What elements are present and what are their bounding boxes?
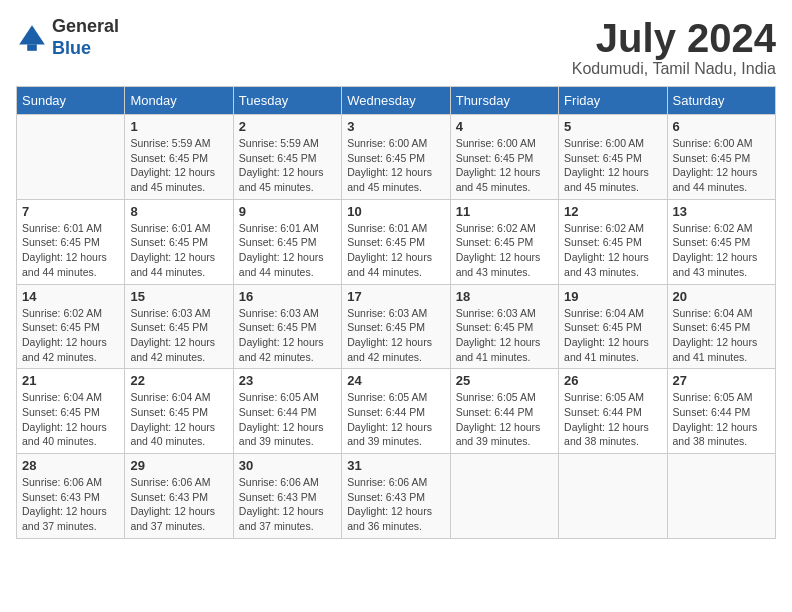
- cell-info: Sunrise: 6:00 AM Sunset: 6:45 PM Dayligh…: [347, 136, 444, 195]
- cell-info: Sunrise: 6:03 AM Sunset: 6:45 PM Dayligh…: [130, 306, 227, 365]
- calendar-cell: 21Sunrise: 6:04 AM Sunset: 6:45 PM Dayli…: [17, 369, 125, 454]
- cell-info: Sunrise: 6:00 AM Sunset: 6:45 PM Dayligh…: [564, 136, 661, 195]
- cell-info: Sunrise: 6:06 AM Sunset: 6:43 PM Dayligh…: [130, 475, 227, 534]
- calendar-cell: 22Sunrise: 6:04 AM Sunset: 6:45 PM Dayli…: [125, 369, 233, 454]
- day-number: 31: [347, 458, 444, 473]
- day-number: 19: [564, 289, 661, 304]
- calendar-week-row: 14Sunrise: 6:02 AM Sunset: 6:45 PM Dayli…: [17, 284, 776, 369]
- day-number: 24: [347, 373, 444, 388]
- day-number: 5: [564, 119, 661, 134]
- calendar-cell: 9Sunrise: 6:01 AM Sunset: 6:45 PM Daylig…: [233, 199, 341, 284]
- calendar-cell: [17, 115, 125, 200]
- column-header-saturday: Saturday: [667, 87, 775, 115]
- day-number: 14: [22, 289, 119, 304]
- calendar-cell: 18Sunrise: 6:03 AM Sunset: 6:45 PM Dayli…: [450, 284, 558, 369]
- calendar-cell: 12Sunrise: 6:02 AM Sunset: 6:45 PM Dayli…: [559, 199, 667, 284]
- month-title: July 2024: [572, 16, 776, 60]
- cell-info: Sunrise: 6:04 AM Sunset: 6:45 PM Dayligh…: [22, 390, 119, 449]
- day-number: 9: [239, 204, 336, 219]
- day-number: 16: [239, 289, 336, 304]
- calendar-header-row: SundayMondayTuesdayWednesdayThursdayFrid…: [17, 87, 776, 115]
- calendar-table: SundayMondayTuesdayWednesdayThursdayFrid…: [16, 86, 776, 539]
- calendar-cell: 19Sunrise: 6:04 AM Sunset: 6:45 PM Dayli…: [559, 284, 667, 369]
- day-number: 4: [456, 119, 553, 134]
- column-header-sunday: Sunday: [17, 87, 125, 115]
- calendar-cell: 24Sunrise: 6:05 AM Sunset: 6:44 PM Dayli…: [342, 369, 450, 454]
- day-number: 22: [130, 373, 227, 388]
- calendar-cell: 7Sunrise: 6:01 AM Sunset: 6:45 PM Daylig…: [17, 199, 125, 284]
- calendar-cell: 8Sunrise: 6:01 AM Sunset: 6:45 PM Daylig…: [125, 199, 233, 284]
- cell-info: Sunrise: 6:00 AM Sunset: 6:45 PM Dayligh…: [673, 136, 770, 195]
- calendar-cell: [450, 454, 558, 539]
- day-number: 25: [456, 373, 553, 388]
- day-number: 3: [347, 119, 444, 134]
- location-text: Kodumudi, Tamil Nadu, India: [572, 60, 776, 78]
- calendar-cell: 13Sunrise: 6:02 AM Sunset: 6:45 PM Dayli…: [667, 199, 775, 284]
- cell-info: Sunrise: 6:03 AM Sunset: 6:45 PM Dayligh…: [239, 306, 336, 365]
- day-number: 11: [456, 204, 553, 219]
- logo-blue-text: Blue: [52, 38, 119, 60]
- cell-info: Sunrise: 6:02 AM Sunset: 6:45 PM Dayligh…: [673, 221, 770, 280]
- calendar-cell: 10Sunrise: 6:01 AM Sunset: 6:45 PM Dayli…: [342, 199, 450, 284]
- cell-info: Sunrise: 6:06 AM Sunset: 6:43 PM Dayligh…: [347, 475, 444, 534]
- calendar-cell: 30Sunrise: 6:06 AM Sunset: 6:43 PM Dayli…: [233, 454, 341, 539]
- cell-info: Sunrise: 6:06 AM Sunset: 6:43 PM Dayligh…: [239, 475, 336, 534]
- cell-info: Sunrise: 6:01 AM Sunset: 6:45 PM Dayligh…: [130, 221, 227, 280]
- calendar-cell: 11Sunrise: 6:02 AM Sunset: 6:45 PM Dayli…: [450, 199, 558, 284]
- calendar-cell: 27Sunrise: 6:05 AM Sunset: 6:44 PM Dayli…: [667, 369, 775, 454]
- calendar-cell: 6Sunrise: 6:00 AM Sunset: 6:45 PM Daylig…: [667, 115, 775, 200]
- cell-info: Sunrise: 6:01 AM Sunset: 6:45 PM Dayligh…: [239, 221, 336, 280]
- calendar-cell: [667, 454, 775, 539]
- day-number: 10: [347, 204, 444, 219]
- title-block: July 2024 Kodumudi, Tamil Nadu, India: [572, 16, 776, 78]
- calendar-cell: [559, 454, 667, 539]
- day-number: 30: [239, 458, 336, 473]
- cell-info: Sunrise: 6:05 AM Sunset: 6:44 PM Dayligh…: [239, 390, 336, 449]
- page-header: General Blue July 2024 Kodumudi, Tamil N…: [16, 16, 776, 78]
- calendar-cell: 14Sunrise: 6:02 AM Sunset: 6:45 PM Dayli…: [17, 284, 125, 369]
- cell-info: Sunrise: 6:02 AM Sunset: 6:45 PM Dayligh…: [564, 221, 661, 280]
- calendar-cell: 20Sunrise: 6:04 AM Sunset: 6:45 PM Dayli…: [667, 284, 775, 369]
- cell-info: Sunrise: 5:59 AM Sunset: 6:45 PM Dayligh…: [130, 136, 227, 195]
- day-number: 6: [673, 119, 770, 134]
- cell-info: Sunrise: 6:05 AM Sunset: 6:44 PM Dayligh…: [347, 390, 444, 449]
- cell-info: Sunrise: 6:02 AM Sunset: 6:45 PM Dayligh…: [22, 306, 119, 365]
- day-number: 27: [673, 373, 770, 388]
- column-header-wednesday: Wednesday: [342, 87, 450, 115]
- cell-info: Sunrise: 6:00 AM Sunset: 6:45 PM Dayligh…: [456, 136, 553, 195]
- day-number: 1: [130, 119, 227, 134]
- day-number: 8: [130, 204, 227, 219]
- logo-icon: [16, 22, 48, 54]
- calendar-cell: 5Sunrise: 6:00 AM Sunset: 6:45 PM Daylig…: [559, 115, 667, 200]
- svg-rect-1: [27, 44, 37, 50]
- day-number: 20: [673, 289, 770, 304]
- cell-info: Sunrise: 6:05 AM Sunset: 6:44 PM Dayligh…: [456, 390, 553, 449]
- day-number: 28: [22, 458, 119, 473]
- calendar-week-row: 7Sunrise: 6:01 AM Sunset: 6:45 PM Daylig…: [17, 199, 776, 284]
- cell-info: Sunrise: 5:59 AM Sunset: 6:45 PM Dayligh…: [239, 136, 336, 195]
- calendar-cell: 17Sunrise: 6:03 AM Sunset: 6:45 PM Dayli…: [342, 284, 450, 369]
- logo-general-text: General: [52, 16, 119, 38]
- day-number: 12: [564, 204, 661, 219]
- day-number: 15: [130, 289, 227, 304]
- calendar-cell: 16Sunrise: 6:03 AM Sunset: 6:45 PM Dayli…: [233, 284, 341, 369]
- column-header-thursday: Thursday: [450, 87, 558, 115]
- day-number: 2: [239, 119, 336, 134]
- day-number: 26: [564, 373, 661, 388]
- calendar-week-row: 1Sunrise: 5:59 AM Sunset: 6:45 PM Daylig…: [17, 115, 776, 200]
- calendar-cell: 3Sunrise: 6:00 AM Sunset: 6:45 PM Daylig…: [342, 115, 450, 200]
- day-number: 13: [673, 204, 770, 219]
- calendar-cell: 2Sunrise: 5:59 AM Sunset: 6:45 PM Daylig…: [233, 115, 341, 200]
- calendar-cell: 25Sunrise: 6:05 AM Sunset: 6:44 PM Dayli…: [450, 369, 558, 454]
- day-number: 17: [347, 289, 444, 304]
- calendar-cell: 31Sunrise: 6:06 AM Sunset: 6:43 PM Dayli…: [342, 454, 450, 539]
- day-number: 7: [22, 204, 119, 219]
- calendar-cell: 26Sunrise: 6:05 AM Sunset: 6:44 PM Dayli…: [559, 369, 667, 454]
- day-number: 18: [456, 289, 553, 304]
- cell-info: Sunrise: 6:04 AM Sunset: 6:45 PM Dayligh…: [130, 390, 227, 449]
- cell-info: Sunrise: 6:05 AM Sunset: 6:44 PM Dayligh…: [564, 390, 661, 449]
- cell-info: Sunrise: 6:01 AM Sunset: 6:45 PM Dayligh…: [22, 221, 119, 280]
- cell-info: Sunrise: 6:05 AM Sunset: 6:44 PM Dayligh…: [673, 390, 770, 449]
- calendar-cell: 4Sunrise: 6:00 AM Sunset: 6:45 PM Daylig…: [450, 115, 558, 200]
- svg-marker-0: [19, 25, 45, 44]
